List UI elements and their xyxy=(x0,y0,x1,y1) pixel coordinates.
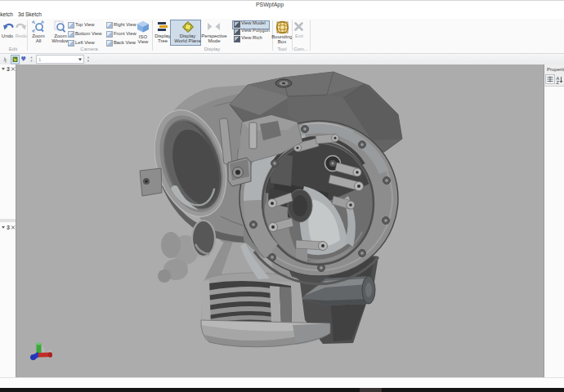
svg-text:3: 3 xyxy=(7,66,10,72)
svg-text:3: 3 xyxy=(7,225,10,230)
